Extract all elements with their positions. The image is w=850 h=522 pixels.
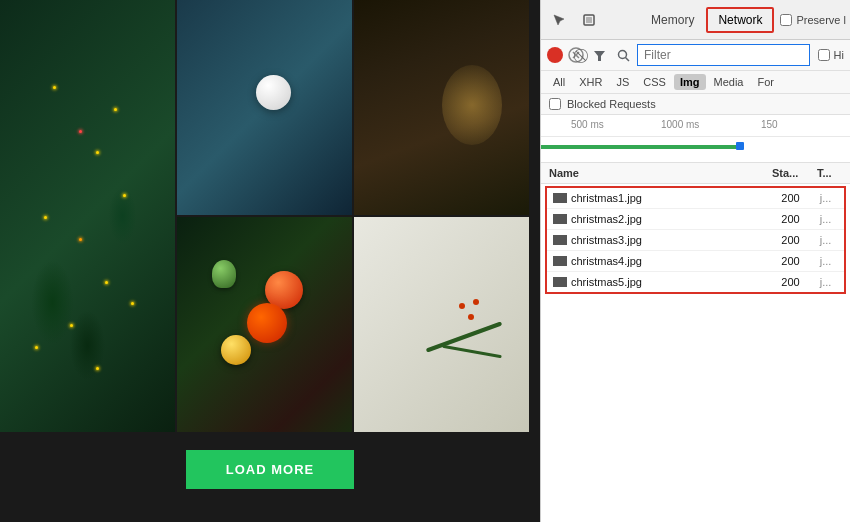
photo-item-4 [177, 217, 352, 432]
filter-input[interactable] [637, 44, 810, 66]
row-type-1: j... [813, 192, 838, 204]
photo-item-3 [354, 0, 529, 215]
network-row-2[interactable]: christmas2.jpg 200 j... [547, 209, 844, 230]
inspect-icon-btn[interactable] [575, 6, 603, 34]
row-type-3: j... [813, 234, 838, 246]
row-name-4: christmas4.jpg [553, 255, 768, 267]
timeline-green-bar [541, 145, 741, 149]
filter-tab-for[interactable]: For [751, 74, 780, 90]
row-icon-3 [553, 235, 567, 245]
photo-item-5 [354, 217, 529, 432]
filter-icon [593, 49, 606, 62]
preserve-label: Preserve l [796, 14, 846, 26]
row-status-3: 200 [768, 234, 813, 246]
cursor-icon [552, 13, 566, 27]
network-row-4[interactable]: christmas4.jpg 200 j... [547, 251, 844, 272]
svg-marker-5 [594, 51, 605, 61]
photo-item-2 [177, 0, 352, 215]
svg-point-6 [618, 50, 626, 58]
row-status-1: 200 [768, 192, 813, 204]
photo-lights-1 [0, 0, 175, 432]
devtools-panel: Memory Network Preserve l [540, 0, 850, 522]
filter-icon-btn[interactable] [589, 45, 609, 65]
network-rows-container: christmas1.jpg 200 j... christmas2.jpg 2… [545, 186, 846, 294]
row-icon-1 [553, 193, 567, 203]
row-icon-4 [553, 256, 567, 266]
blocked-requests-label: Blocked Requests [567, 98, 656, 110]
filter-tab-css[interactable]: CSS [637, 74, 672, 90]
row-status-2: 200 [768, 213, 813, 225]
network-toolbar: Hi [541, 40, 850, 71]
photo-grid [0, 0, 527, 432]
preserve-checkbox[interactable] [780, 14, 792, 26]
network-table: Name Sta... T... christmas1.jpg 200 j...… [541, 163, 850, 522]
stop-button[interactable] [567, 46, 585, 64]
timeline-mark-500: 500 ms [571, 119, 604, 130]
network-row-5[interactable]: christmas5.jpg 200 j... [547, 272, 844, 292]
timeline-mark-1000: 1000 ms [661, 119, 699, 130]
filter-tab-media[interactable]: Media [708, 74, 750, 90]
filter-type-tabs: All XHR JS CSS Img Media For [541, 71, 850, 94]
row-name-3: christmas3.jpg [553, 234, 768, 246]
row-name-2: christmas2.jpg [553, 213, 768, 225]
hi-checkbox[interactable] [818, 49, 830, 61]
row-type-4: j... [813, 255, 838, 267]
col-type-header: T... [817, 167, 842, 179]
network-row-3[interactable]: christmas3.jpg 200 j... [547, 230, 844, 251]
filter-tab-all[interactable]: All [547, 74, 571, 90]
row-status-5: 200 [768, 276, 813, 288]
load-more-button[interactable]: LOAD MORE [186, 450, 354, 489]
tab-memory[interactable]: Memory [641, 9, 704, 31]
filter-tab-img[interactable]: Img [674, 74, 706, 90]
timeline-area: 500 ms 1000 ms 150 [541, 115, 850, 163]
search-icon-btn[interactable] [613, 45, 633, 65]
filter-tab-xhr[interactable]: XHR [573, 74, 608, 90]
timeline-bar-area [541, 137, 850, 159]
stop-icon [568, 47, 584, 63]
blocked-requests-checkbox[interactable] [549, 98, 561, 110]
row-icon-2 [553, 214, 567, 224]
svg-rect-1 [586, 17, 592, 23]
row-status-4: 200 [768, 255, 813, 267]
devtools-tab-bar: Memory Network Preserve l [541, 0, 850, 40]
tab-network[interactable]: Network [706, 7, 774, 33]
row-type-5: j... [813, 276, 838, 288]
cursor-icon-btn[interactable] [545, 6, 573, 34]
network-row-1[interactable]: christmas1.jpg 200 j... [547, 188, 844, 209]
timeline-blue-marker [736, 142, 744, 150]
row-name-1: christmas1.jpg [553, 192, 768, 204]
row-type-2: j... [813, 213, 838, 225]
row-icon-5 [553, 277, 567, 287]
col-status-header: Sta... [772, 167, 817, 179]
row-name-5: christmas5.jpg [553, 276, 768, 288]
filter-tab-js[interactable]: JS [610, 74, 635, 90]
inspect-icon [582, 13, 596, 27]
left-panel: LOAD MORE [0, 0, 540, 522]
preserve-checkbox-container: Preserve l [780, 14, 846, 26]
svg-line-7 [625, 57, 629, 61]
col-name-header: Name [549, 167, 772, 179]
timeline-mark-150: 150 [761, 119, 778, 130]
timeline-ruler: 500 ms 1000 ms 150 [541, 115, 850, 137]
record-button[interactable] [547, 47, 563, 63]
search-icon [617, 49, 630, 62]
blocked-requests-row: Blocked Requests [541, 94, 850, 115]
hi-checkbox-container: Hi [818, 49, 844, 61]
hi-label: Hi [834, 49, 844, 61]
load-more-container: LOAD MORE [0, 432, 540, 507]
photo-item-1 [0, 0, 175, 432]
network-table-header: Name Sta... T... [541, 163, 850, 184]
